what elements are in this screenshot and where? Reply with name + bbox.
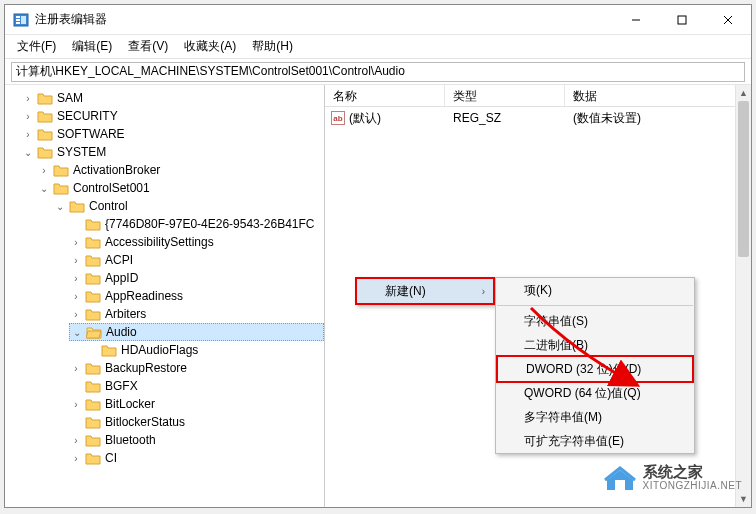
scroll-down-icon[interactable]: ▼ — [736, 491, 751, 507]
address-bar — [5, 59, 751, 85]
tree-pane[interactable]: ›SAM ›SECURITY ›SOFTWARE ⌄SYSTEM ›Activa… — [5, 85, 325, 507]
menu-favorites[interactable]: 收藏夹(A) — [176, 36, 244, 57]
ctx-dword[interactable]: DWORD (32 位)值(D) — [496, 355, 694, 383]
list-body[interactable]: ab(默认) REG_SZ (数值未设置) 新建(N)› 项(K) 字符串值(S… — [325, 107, 751, 507]
ctx-expand[interactable]: 可扩充字符串值(E) — [496, 429, 694, 453]
tree-node-appreadiness[interactable]: ›AppReadiness — [69, 287, 324, 305]
chevron-right-icon[interactable]: › — [69, 291, 83, 302]
folder-icon — [85, 271, 101, 285]
chevron-right-icon[interactable]: › — [69, 237, 83, 248]
value-type: REG_SZ — [445, 111, 565, 125]
tree-node-security[interactable]: ›SECURITY — [21, 107, 324, 125]
tree-node-appid[interactable]: ›AppID — [69, 269, 324, 287]
chevron-right-icon[interactable]: › — [69, 273, 83, 284]
ctx-qword[interactable]: QWORD (64 位)值(Q) — [496, 381, 694, 405]
chevron-right-icon[interactable]: › — [69, 435, 83, 446]
col-data[interactable]: 数据 — [565, 85, 751, 106]
context-submenu-new: 项(K) 字符串值(S) 二进制值(B) DWORD (32 位)值(D) QW… — [495, 277, 695, 454]
folder-icon — [85, 451, 101, 465]
tree-node-bitlockerstatus[interactable]: BitlockerStatus — [69, 413, 324, 431]
chevron-right-icon[interactable]: › — [37, 165, 51, 176]
folder-icon — [85, 253, 101, 267]
svg-rect-2 — [16, 19, 20, 21]
value-name: (默认) — [349, 110, 381, 127]
svg-rect-4 — [21, 16, 26, 24]
maximize-button[interactable] — [659, 5, 705, 34]
tree-node-ci[interactable]: ›CI — [69, 449, 324, 467]
ctx-string[interactable]: 字符串值(S) — [496, 309, 694, 333]
folder-icon — [85, 379, 101, 393]
tree-node-software[interactable]: ›SOFTWARE — [21, 125, 324, 143]
svg-rect-1 — [16, 16, 20, 18]
tree-node-hdaudioflags[interactable]: HDAudioFlags — [85, 341, 324, 359]
chevron-down-icon[interactable]: ⌄ — [53, 201, 67, 212]
app-icon — [13, 12, 29, 28]
folder-icon — [69, 199, 85, 213]
folder-icon — [85, 433, 101, 447]
titlebar: 注册表编辑器 — [5, 5, 751, 35]
chevron-right-icon[interactable]: › — [21, 129, 35, 140]
chevron-right-icon[interactable]: › — [69, 399, 83, 410]
chevron-right-icon[interactable]: › — [69, 255, 83, 266]
chevron-right-icon[interactable]: › — [69, 363, 83, 374]
ctx-key[interactable]: 项(K) — [496, 278, 694, 302]
menu-help[interactable]: 帮助(H) — [244, 36, 301, 57]
folder-icon — [85, 217, 101, 231]
list-row[interactable]: ab(默认) REG_SZ (数值未设置) — [325, 109, 751, 127]
tree-node-backuprestore[interactable]: ›BackupRestore — [69, 359, 324, 377]
tree-node-bgfx[interactable]: BGFX — [69, 377, 324, 395]
tree-node-control[interactable]: ⌄Control — [53, 197, 324, 215]
scroll-thumb[interactable] — [738, 101, 749, 257]
string-value-icon: ab — [331, 111, 345, 125]
chevron-right-icon[interactable]: › — [69, 309, 83, 320]
menu-file[interactable]: 文件(F) — [9, 36, 64, 57]
svg-rect-9 — [615, 480, 625, 490]
submenu-arrow-icon: › — [482, 286, 485, 297]
watermark: 系统之家 XITONGZHIJIA.NET — [603, 462, 743, 492]
col-name[interactable]: 名称 — [325, 85, 445, 106]
folder-icon — [53, 181, 69, 195]
tree-node-arbiters[interactable]: ›Arbiters — [69, 305, 324, 323]
menubar: 文件(F) 编辑(E) 查看(V) 收藏夹(A) 帮助(H) — [5, 35, 751, 59]
tree-node-accessibility[interactable]: ›AccessibilitySettings — [69, 233, 324, 251]
watermark-logo-icon — [603, 462, 637, 492]
minimize-button[interactable] — [613, 5, 659, 34]
scroll-track[interactable] — [736, 101, 751, 491]
tree-node-bitlocker[interactable]: ›BitLocker — [69, 395, 324, 413]
ctx-binary[interactable]: 二进制值(B) — [496, 333, 694, 357]
chevron-right-icon[interactable]: › — [21, 93, 35, 104]
folder-icon — [53, 163, 69, 177]
tree-node-controlset001[interactable]: ⌄ControlSet001 — [37, 179, 324, 197]
chevron-down-icon[interactable]: ⌄ — [70, 327, 84, 338]
tree-node-bluetooth[interactable]: ›Bluetooth — [69, 431, 324, 449]
tree-node-sam[interactable]: ›SAM — [21, 89, 324, 107]
chevron-down-icon[interactable]: ⌄ — [37, 183, 51, 194]
folder-icon — [37, 91, 53, 105]
chevron-right-icon[interactable]: › — [69, 453, 83, 464]
folder-icon — [85, 415, 101, 429]
tree-node-acpi[interactable]: ›ACPI — [69, 251, 324, 269]
svg-rect-3 — [16, 22, 20, 24]
tree-node-guid[interactable]: {7746D80F-97E0-4E26-9543-26B41FC — [69, 215, 324, 233]
ctx-multi[interactable]: 多字符串值(M) — [496, 405, 694, 429]
close-button[interactable] — [705, 5, 751, 34]
folder-icon — [37, 109, 53, 123]
ctx-new[interactable]: 新建(N)› — [357, 279, 493, 303]
vertical-scrollbar[interactable]: ▲ ▼ — [735, 85, 751, 507]
chevron-right-icon[interactable]: › — [21, 111, 35, 122]
folder-open-icon — [86, 325, 102, 339]
context-menu-new: 新建(N)› — [355, 277, 495, 305]
menu-view[interactable]: 查看(V) — [120, 36, 176, 57]
watermark-url: XITONGZHIJIA.NET — [643, 480, 743, 492]
address-input[interactable] — [11, 62, 745, 82]
tree-node-system[interactable]: ⌄SYSTEM — [21, 143, 324, 161]
window-buttons — [613, 5, 751, 34]
tree-node-activationbroker[interactable]: ›ActivationBroker — [37, 161, 324, 179]
menu-edit[interactable]: 编辑(E) — [64, 36, 120, 57]
chevron-down-icon[interactable]: ⌄ — [21, 147, 35, 158]
folder-icon — [85, 289, 101, 303]
tree-node-audio[interactable]: ⌄Audio — [69, 323, 324, 341]
col-type[interactable]: 类型 — [445, 85, 565, 106]
folder-icon — [37, 145, 53, 159]
scroll-up-icon[interactable]: ▲ — [736, 85, 751, 101]
